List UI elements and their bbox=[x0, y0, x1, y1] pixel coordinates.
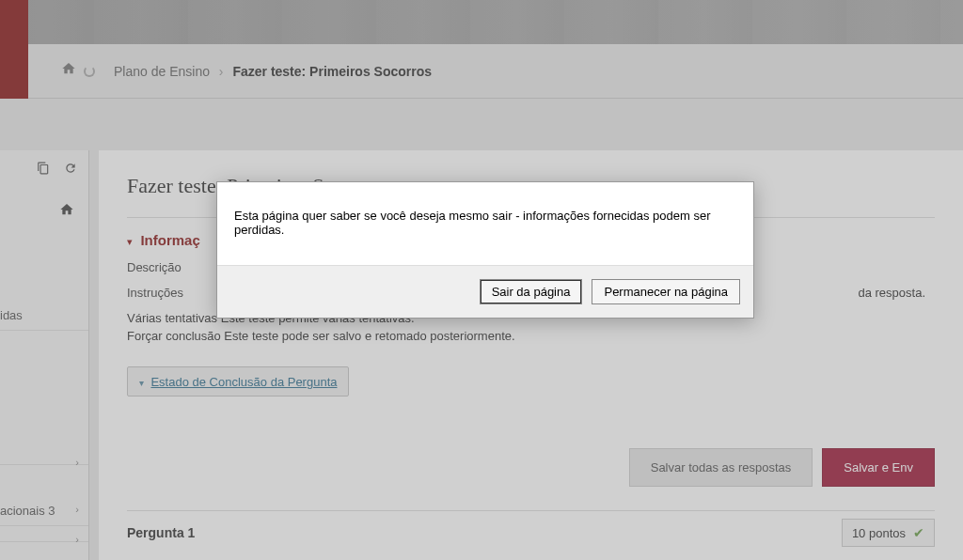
modal-message: Esta página quer saber se você deseja me… bbox=[217, 182, 753, 265]
leave-page-modal: Esta página quer saber se você deseja me… bbox=[216, 181, 754, 319]
modal-footer: Sair da página Permanecer na página bbox=[217, 265, 753, 318]
leave-page-button[interactable]: Sair da página bbox=[480, 279, 583, 304]
stay-on-page-button[interactable]: Permanecer na página bbox=[592, 279, 740, 304]
